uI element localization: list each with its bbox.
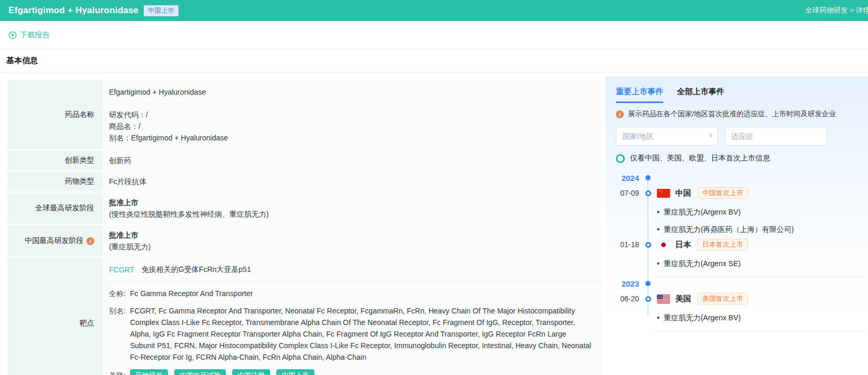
timeline-year: 2024 (616, 173, 865, 183)
event-date: 07-09 (616, 189, 639, 197)
event-date: 01-18 (616, 240, 639, 249)
table-row-drug-name: 药品名称 Efgartigimod + Hyaluronidase 研发代码：/… (7, 80, 602, 149)
timeline-event: 06-20 (616, 292, 865, 306)
event-ring-icon (645, 190, 651, 196)
chevron-down-icon[interactable]: ∨ (708, 131, 713, 139)
drug-dev-code: 研发代码：/ (109, 109, 595, 120)
timeline-separator (654, 277, 865, 277)
relation-badge-cn-launch[interactable]: 中国上市 (276, 369, 314, 375)
timeline-event: 01-18 日本 日本首次上市 (616, 238, 865, 251)
row-label: 创新类型 (7, 150, 103, 170)
first-launch-badge: 日本首次上市 (697, 239, 748, 250)
main-content: 药品名称 Efgartigimod + Hyaluronidase 研发代码：/… (0, 73, 868, 375)
relation-badge-cn-trials[interactable]: 中国临床试验 (174, 369, 226, 375)
event-date: 06-20 (616, 295, 639, 303)
panel-notice: i 展示药品在各个国家/地区首次批准的适应症、上市时间及研发企业 (616, 109, 865, 119)
event-country: 美国 (675, 294, 691, 304)
breadcrumb[interactable]: 全球药物研发 > 详情 (805, 0, 868, 21)
timeline-item: 重症肌无力(再鼎医药（上海）有限公司) (616, 225, 865, 235)
timeline-item: 重症肌无力(Argenx BV) (616, 208, 865, 217)
row-label: 中国最高研发阶段 (25, 236, 84, 246)
first-launch-filter-label: 仅看中国、美国、欧盟、日本首次上市信息 (630, 154, 770, 163)
table-row-global-stage: 全球最高研发阶段 批准上市 (慢性炎症性脱髓鞘性多发性神经病、重症肌无力) (7, 192, 602, 224)
innovation-type-value: 创新药 (109, 155, 593, 166)
status-badge: 中国上市 (144, 5, 178, 16)
timeline-item: 重症肌无力(Argenx SE) (616, 259, 865, 269)
info-icon: i (616, 110, 624, 118)
table-row-drug-type: 药物类型 Fc片段抗体 (7, 171, 602, 191)
event-filters: ∨ (616, 127, 865, 146)
toolbar: 下载报告 (0, 21, 868, 49)
target-fullname-label: 全称: (109, 288, 130, 299)
drug-type-value: Fc片段抗体 (109, 176, 593, 187)
timeline-year: 2023 (616, 278, 865, 289)
event-ring-icon (645, 296, 651, 302)
event-country: 中国 (675, 188, 691, 198)
global-stage-value: 批准上市 (109, 197, 593, 208)
drug-name-main: Efgartigimod + Hyaluronidase (103, 80, 602, 104)
event-ring-icon (645, 242, 651, 248)
radio-icon[interactable] (616, 154, 625, 163)
event-country: 日本 (675, 240, 691, 250)
target-fullname: Fc Gamma Receptor And Transporter (130, 288, 593, 299)
target-alias-label: 别名: (109, 305, 130, 363)
download-report-label: 下载报告 (20, 31, 49, 40)
info-icon[interactable]: i (86, 237, 94, 245)
table-row-china-stage: 中国最高研发阶段 i 批准上市 (重症肌无力) (7, 225, 602, 257)
target-relation-label: 关联: (109, 370, 130, 375)
section-title: 基本信息 (6, 56, 38, 66)
timeline-item: 重症肌无力(Argenx BV) (616, 313, 865, 323)
basic-info-section-head: 基本信息 (0, 49, 868, 73)
china-flag-icon (657, 189, 670, 198)
target-alias: FCGRT, Fc Gamma Receptor And Transporter… (130, 305, 593, 363)
indication-input[interactable] (725, 127, 827, 146)
first-launch-badge: 美国首次上市 (697, 293, 748, 305)
app-header: Efgartigimod + Hyaluronidase 中国上市 全球药物研发… (0, 0, 868, 21)
global-stage-indications: (慢性炎症性脱髓鞘性多发性神经病、重症肌无力) (109, 208, 593, 220)
tab-all-launch-events[interactable]: 全部上市事件 (677, 87, 724, 103)
events-tabs: 重要上市事件 全部上市事件 (616, 87, 865, 103)
row-label: 全球最高研发阶段 (7, 192, 103, 224)
first-launch-badge: 中国首次上市 (697, 187, 748, 199)
target-gene-desc: 免疫相关的G受体FcRn大亚基p51 (142, 265, 251, 275)
basic-info-table: 药品名称 Efgartigimod + Hyaluronidase 研发代码：/… (7, 80, 602, 375)
table-row-innovation-type: 创新类型 创新药 (7, 150, 602, 170)
timeline-separator (654, 331, 865, 331)
first-launch-filter: 仅看中国、美国、欧盟、日本首次上市信息 (616, 154, 865, 163)
table-row-target: 靶点 FCGRT 免疫相关的G受体FcRn大亚基p51 全称: Fc Gamma… (7, 258, 602, 375)
launch-events-panel: 重要上市事件 全部上市事件 i 展示药品在各个国家/地区首次批准的适应症、上市时… (605, 76, 868, 330)
timeline-event: 07-09 中国 中国首次上市 (616, 186, 865, 200)
page-title: Efgartigimod + Hyaluronidase (8, 5, 138, 16)
row-label: 靶点 (7, 258, 103, 375)
usa-flag-icon (657, 295, 670, 303)
year-dot-icon (645, 281, 651, 286)
target-gene-link[interactable]: FCGRT (109, 266, 134, 274)
launch-timeline: 2024 07-09 中国 中国首次上市 (616, 173, 865, 331)
panel-notice-text: 展示药品在各个国家/地区首次批准的适应症、上市时间及研发企业 (628, 109, 836, 119)
row-label: 药品名称 (7, 80, 103, 149)
tab-key-launch-events[interactable]: 重要上市事件 (616, 87, 663, 103)
row-label: 药物类型 (7, 171, 103, 191)
year-dot-icon (645, 175, 651, 180)
drug-alias: 别名：Efgartigimod + Hyaluronidase (109, 132, 595, 144)
drug-trade-name: 商品名：/ (109, 120, 595, 132)
china-stage-value: 批准上市 (109, 229, 593, 241)
download-report-button[interactable]: 下载报告 (8, 31, 49, 40)
relation-badge-drug-rd[interactable]: 药物研发 (130, 369, 168, 375)
china-stage-indications: (重症肌无力) (109, 241, 593, 252)
download-icon (8, 31, 17, 39)
relation-badge-cn-registration[interactable]: 中国注册 (232, 369, 270, 375)
country-region-select[interactable] (616, 127, 718, 146)
japan-flag-icon (657, 240, 670, 249)
